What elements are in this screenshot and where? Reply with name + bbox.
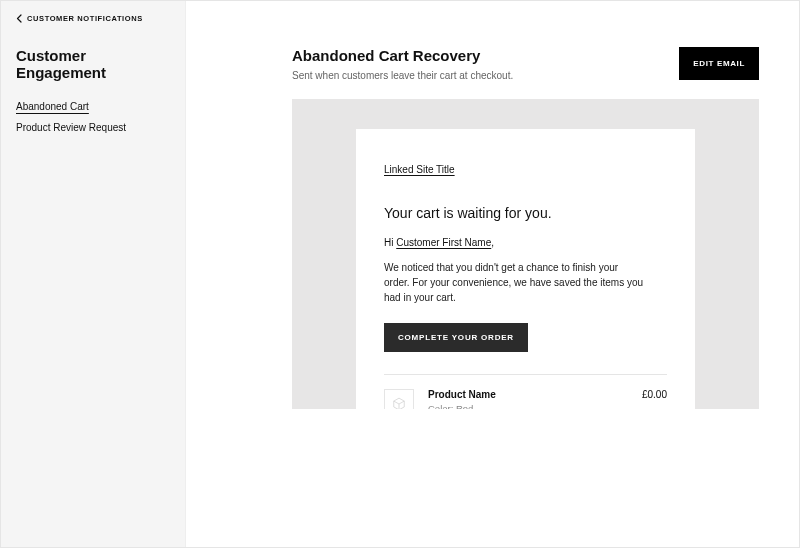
greeting-suffix: , [491,237,494,248]
product-price: £0.00 [642,389,667,400]
product-name: Product Name [428,389,628,400]
package-icon [392,397,406,409]
email-card: Linked Site Title Your cart is waiting f… [356,129,695,409]
product-color: Color: Red [428,403,628,409]
sidebar-section-title: Customer Engagement [16,47,170,81]
product-meta: Product Name Color: Red Size: Medium [428,389,628,409]
email-preview-frame: Linked Site Title Your cart is waiting f… [292,99,759,409]
edit-email-button[interactable]: EDIT EMAIL [679,47,759,80]
greeting-prefix: Hi [384,237,396,248]
sidebar-item-abandoned-cart[interactable]: Abandoned Cart [16,101,170,112]
sidebar-item-product-review[interactable]: Product Review Request [16,122,170,133]
page-header-text: Abandoned Cart Recovery Sent when custom… [292,47,513,81]
breadcrumb[interactable]: CUSTOMER NOTIFICATIONS [16,14,170,23]
page-header: Abandoned Cart Recovery Sent when custom… [292,47,759,81]
email-heading: Your cart is waiting for you. [384,205,667,221]
email-body: We noticed that you didn't get a chance … [384,260,644,305]
divider [384,374,667,375]
product-row: Product Name Color: Red Size: Medium £0.… [384,389,667,409]
complete-order-button[interactable]: COMPLETE YOUR ORDER [384,323,528,352]
breadcrumb-label: CUSTOMER NOTIFICATIONS [27,14,143,23]
chevron-left-icon [16,14,22,23]
site-title-link[interactable]: Linked Site Title [384,164,455,175]
page-subtitle: Sent when customers leave their cart at … [292,70,513,81]
greeting-name-variable[interactable]: Customer First Name [396,237,491,248]
sidebar: CUSTOMER NOTIFICATIONS Customer Engageme… [1,1,186,547]
app-frame: CUSTOMER NOTIFICATIONS Customer Engageme… [0,0,800,548]
email-greeting: Hi Customer First Name, [384,237,667,248]
product-thumbnail [384,389,414,409]
page-title: Abandoned Cart Recovery [292,47,513,64]
main-panel: Abandoned Cart Recovery Sent when custom… [186,1,799,547]
